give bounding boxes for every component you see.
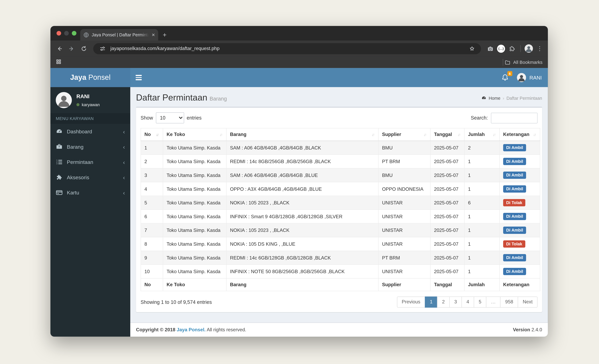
column-header-jumlah[interactable]: Jumlah↓↑ [464,128,500,141]
column-header-ke-toko[interactable]: Ke Toko↓↑ [163,128,226,141]
content-header: Daftar PermintaanBarang Home › Daftar Pe… [130,87,548,107]
cell-ke-toko: Toko Utama Simp. Kasda [163,237,226,251]
table-row: 8Toko Utama Simp. KasdaNOKIA : 105 DS KI… [141,237,540,251]
cell-keterangan: Di Ambil [500,223,540,237]
toolbar-divider [520,45,520,52]
table-row: 1Toko Utama Simp. KasdaSAM : A06 4GB/64G… [141,141,540,155]
sort-arrows-icon: ↓↑ [220,132,223,137]
column-header-supplier[interactable]: Supplier↓↑ [378,128,430,141]
cell-tanggal: 2025-05-07 [430,196,464,210]
cell-barang: INFINIX : Smart 9 4GB/128GB ,4GB/128GB ,… [226,210,378,223]
sidebar-toggle-button[interactable] [130,68,147,87]
cell-no: 10 [141,265,163,278]
all-bookmarks-button[interactable]: All Bookmarks [505,59,543,65]
folder-icon [505,59,511,65]
status-badge: Di Ambil [503,185,526,193]
brand-logo[interactable]: Jaya Ponsel [51,68,130,87]
sidebar-item-label: Aksesoris [67,175,89,180]
pagination-ellipsis: … [486,296,501,307]
extension-braces-icon[interactable]: {…} [497,44,505,53]
url-text[interactable]: jayaponselkasda.com/karyawan/daftar_requ… [110,46,464,51]
sidebar-item-dashboard[interactable]: Dashboard‹ [51,124,130,139]
column-header-keterangan[interactable]: Keterangan↓↑ [500,128,540,141]
new-tab-button[interactable]: + [163,32,167,38]
sidebar-item-kartu[interactable]: Kartu‹ [51,185,130,200]
pagination-previous[interactable]: Previous [397,296,425,307]
notifications-button[interactable]: 6 [500,73,510,83]
user-menu-button[interactable]: RANI [517,73,542,82]
sidebar-item-barang[interactable]: Barang‹ [51,139,130,154]
column-label: Supplier [382,132,401,137]
apps-grid-icon[interactable] [56,59,62,66]
extensions-puzzle-icon[interactable] [507,44,517,53]
pagination-page-958[interactable]: 958 [500,296,518,307]
sidebar-user-name: RANI [76,93,100,99]
site-info-icon[interactable] [98,44,107,53]
browser-tab[interactable]: Jaya Ponsel | Daftar Perminta ✕ [80,29,158,41]
page-length-control: Show 10 entries [141,112,202,123]
browser-profile-avatar[interactable] [525,44,533,53]
cell-ke-toko: Toko Utama Simp. Kasda [163,182,226,196]
column-footer-supplier: Supplier [378,278,430,291]
cell-no: 3 [141,168,163,182]
footer-brand-link[interactable]: Jaya Ponsel. [177,327,206,332]
sort-arrows-icon: ↓↑ [458,132,461,137]
page-length-select[interactable]: 10 [156,112,184,123]
version-label: Version [513,327,530,332]
sidebar-item-aksesoris[interactable]: Aksesoris‹ [51,170,130,185]
address-bar[interactable]: jayaponselkasda.com/karyawan/daftar_requ… [93,43,481,54]
app-navbar: Jaya Ponsel 6 RANI [51,68,548,87]
cell-jumlah: 1 [464,237,500,251]
column-header-no[interactable]: No↓↑ [141,128,163,141]
bookmark-star-icon[interactable] [467,44,476,53]
pagination-next[interactable]: Next [518,296,538,307]
table-row: 9Toko Utama Simp. KasdaREDMI : 14c 6GB/1… [141,251,540,265]
back-button[interactable] [54,44,64,53]
sidebar-user-role: karyawan [82,102,100,107]
app-root: Jaya Ponsel 6 RANI [51,68,548,337]
cell-supplier: UNISTAR [378,265,430,278]
sidebar-item-permintaan[interactable]: 123Permintaan‹ [51,154,130,170]
status-badge: Di Ambil [503,158,526,165]
column-label: Jumlah [468,132,485,137]
tab-close-icon[interactable]: ✕ [152,32,155,37]
forward-button[interactable] [66,44,76,53]
app-footer: Copyright © 2018 Jaya Ponsel. All rights… [130,323,548,337]
status-badge: Di Ambil [503,227,526,234]
pagination-page-4[interactable]: 4 [461,296,474,307]
table-controls: Show 10 entries Search: [141,112,537,123]
copyright-prefix: Copyright © 2018 [136,327,175,332]
cell-tanggal: 2025-05-07 [430,210,464,223]
cell-keterangan: Di Ambil [500,251,540,265]
pagination-page-3[interactable]: 3 [449,296,462,307]
close-window-button[interactable] [57,31,61,36]
brand-light: Ponsel [88,73,111,82]
maximize-window-button[interactable] [72,31,76,36]
breadcrumb-home-link[interactable]: Home [489,96,500,100]
cell-supplier: PT BRM [378,155,430,168]
pagination-page-2[interactable]: 2 [437,296,450,307]
cell-ke-toko: Toko Utama Simp. Kasda [163,141,226,155]
cell-keterangan: Di Ambil [500,168,540,182]
cell-jumlah: 1 [464,168,500,182]
cell-ke-toko: Toko Utama Simp. Kasda [163,196,226,210]
browser-menu-icon[interactable]: ⋮ [535,45,544,52]
cell-ke-toko: Toko Utama Simp. Kasda [163,223,226,237]
screenshot-icon[interactable] [486,44,495,53]
search-input[interactable] [491,113,538,123]
pagination-page-1[interactable]: 1 [425,296,437,307]
cell-ke-toko: Toko Utama Simp. Kasda [163,251,226,265]
table-row: 6Toko Utama Simp. KasdaINFINIX : Smart 9… [141,210,540,223]
cell-ke-toko: Toko Utama Simp. Kasda [163,210,226,223]
column-header-barang[interactable]: Barang↓↑ [226,128,378,141]
pagination-page-5[interactable]: 5 [474,296,486,307]
minimize-window-button[interactable] [64,31,69,36]
table-row: 2Toko Utama Simp. KasdaREDMI : 14c 8GB/2… [141,155,540,168]
cell-barang: NOKIA : 105 2023 , ,BLACK [226,196,378,210]
cell-barang: NOKIA : 105 DS KING , ,BLUE [226,237,378,251]
reload-button[interactable] [79,44,89,53]
dashboard-icon [56,128,63,135]
cell-keterangan: Di Ambil [500,155,540,168]
column-header-tanggal[interactable]: Tanggal↓↑ [430,128,464,141]
column-label: No [144,132,151,137]
